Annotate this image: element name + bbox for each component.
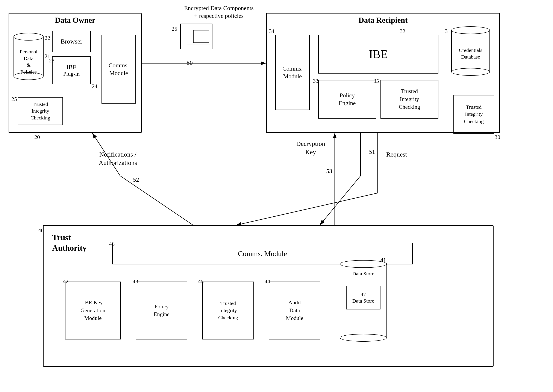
policy-recipient-box: PolicyEngine xyxy=(318,80,376,119)
tic-owner-label: TrustedIntegrityChecking xyxy=(30,101,50,121)
svg-line-10 xyxy=(236,193,378,225)
ref-23: 23 xyxy=(49,57,55,64)
ref-43: 43 xyxy=(133,278,138,285)
ref-30: 30 xyxy=(495,134,500,140)
ibe-plugin-box: IBE Plug-in xyxy=(52,56,91,84)
ibe-key-label: IBE KeyGenerationModule xyxy=(80,299,105,322)
ref-44: 44 xyxy=(265,278,270,285)
trust-authority-box: TrustAuthority Comms. Module 46 IBE KeyG… xyxy=(43,225,494,367)
ref-51: 51 xyxy=(369,148,375,156)
nested-rects-icon xyxy=(180,24,215,51)
svg-line-4 xyxy=(320,176,361,225)
ref-42: 42 xyxy=(63,278,68,285)
arrow-label-50: 50 xyxy=(187,59,193,67)
comms-owner-box: Comms.Module xyxy=(101,35,136,104)
audit-ta-box: AuditDataModule xyxy=(269,281,320,339)
comms-ta-label: Comms. Module xyxy=(238,250,287,258)
arrow-label-request: Request xyxy=(386,150,407,159)
tic-recipient-box: TrustedIntegrityChecking xyxy=(381,80,438,119)
ref-46: 46 xyxy=(109,241,115,247)
ibe-key-box: IBE KeyGenerationModule xyxy=(65,281,121,339)
data-store-inner: 47Data Store xyxy=(346,286,381,309)
policy-ta-box: PolicyEngine xyxy=(136,281,187,339)
credentials-cylinder: CredentialsDatabase xyxy=(451,26,490,76)
ref-35: 35 xyxy=(373,78,379,84)
ref-22: 22 xyxy=(45,35,50,41)
ref-20: 20 xyxy=(34,134,40,140)
ibe-label: IBE xyxy=(63,63,80,71)
ref-53: 53 xyxy=(326,167,332,175)
diagram: Data Owner PersonalData&Policies Browser… xyxy=(0,0,553,392)
ref-33: 33 xyxy=(313,78,319,84)
comms-owner-label: Comms.Module xyxy=(109,62,129,77)
ref-34: 34 xyxy=(269,28,275,35)
enc-data-label: Encrypted Data Components+ respective po… xyxy=(176,4,262,20)
data-store-cylinder: 47Data Store Data Store xyxy=(340,260,387,342)
data-store-inner-label: 47Data Store xyxy=(352,291,374,304)
ref-32: 32 xyxy=(400,28,405,35)
policy-ta-label: PolicyEngine xyxy=(154,303,170,318)
audit-ta-label: AuditDataModule xyxy=(286,299,304,322)
browser-label: Browser xyxy=(61,38,82,45)
data-store-label: Data Store xyxy=(342,270,384,277)
ref-25-owner: 25 xyxy=(11,96,17,103)
ref-24: 24 xyxy=(92,83,97,90)
ref-31: 31 xyxy=(445,28,450,35)
tic-ta-label: TrustedIntegrityChecking xyxy=(218,300,238,322)
personal-data-label: PersonalData&Policies xyxy=(15,49,42,75)
comms-recipient-box: Comms.Module xyxy=(275,35,310,110)
ref-25-enc: 25 xyxy=(172,26,177,32)
ref-52: 52 xyxy=(133,176,139,183)
data-recipient-box: Data Recipient Comms.Module IBE PolicyEn… xyxy=(266,13,500,133)
tic-right-label: TrustedIntegrityChecking xyxy=(464,104,484,125)
ref-45: 45 xyxy=(198,278,204,285)
data-owner-title: Data Owner xyxy=(55,16,95,25)
tic-ta-box: TrustedIntegrityChecking xyxy=(202,281,254,339)
ibe-recipient-label: IBE xyxy=(369,48,388,61)
plugin-label: Plug-in xyxy=(63,71,80,77)
arrow-label-notifications: Notifications /Authorizations xyxy=(99,150,137,167)
tic-owner-box: TrustedIntegrityChecking xyxy=(18,97,63,125)
credentials-label: CredentialsDatabase xyxy=(453,47,488,60)
trust-authority-title: TrustAuthority xyxy=(52,232,86,253)
comms-recipient-label: Comms.Module xyxy=(282,65,303,80)
policy-recipient-label: PolicyEngine xyxy=(339,91,355,107)
browser-box: Browser xyxy=(52,31,91,52)
personal-data-cylinder: PersonalData&Policies xyxy=(14,33,43,80)
ibe-recipient-box: IBE xyxy=(318,35,438,74)
tic-right-box: TrustedIntegrityChecking xyxy=(454,95,494,133)
data-owner-box: Data Owner PersonalData&Policies Browser… xyxy=(9,13,142,133)
arrow-label-decryption: DecryptionKey xyxy=(296,139,325,156)
ref-40: 40 xyxy=(38,227,44,234)
svg-line-7 xyxy=(120,176,193,225)
data-recipient-title: Data Recipient xyxy=(359,16,408,25)
tic-recipient-label: TrustedIntegrityChecking xyxy=(399,87,420,111)
